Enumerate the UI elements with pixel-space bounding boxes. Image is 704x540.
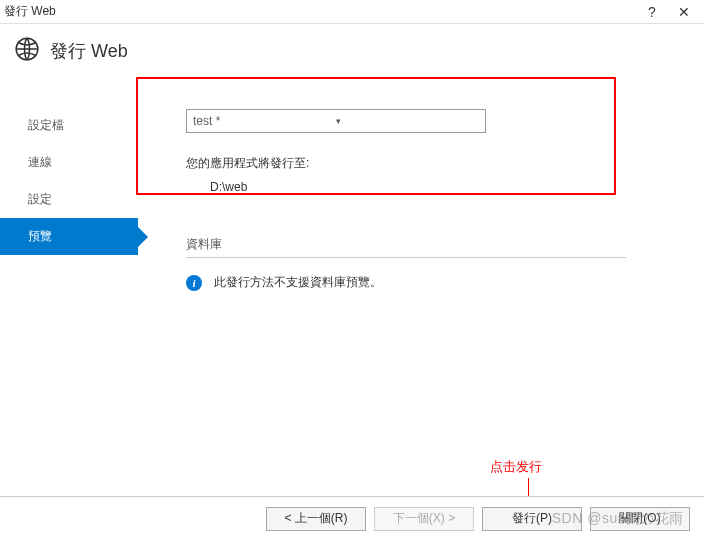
next-button: 下一個(X) > bbox=[374, 507, 474, 531]
annotation-highlight-box bbox=[136, 77, 616, 195]
profile-dropdown[interactable]: test * ▾ bbox=[186, 109, 486, 133]
wizard-sidebar: 設定檔 連線 設定 預覽 bbox=[0, 79, 138, 473]
dialog-footer: < 上一個(R) 下一個(X) > 發行(P) 關閉(O) bbox=[0, 496, 704, 540]
database-info-text: 此發行方法不支援資料庫預覽。 bbox=[214, 274, 382, 291]
info-icon: i bbox=[186, 275, 202, 291]
prev-button[interactable]: < 上一個(R) bbox=[266, 507, 366, 531]
database-section-header: 資料庫 bbox=[186, 236, 626, 258]
chevron-down-icon: ▾ bbox=[336, 116, 479, 126]
close-dialog-button[interactable]: 關閉(O) bbox=[590, 507, 690, 531]
globe-icon bbox=[14, 36, 40, 65]
main-area: 設定檔 連線 設定 預覽 test * ▾ 您的應用程式將發行至: D:\web… bbox=[0, 79, 704, 473]
dialog-header: 發行 Web bbox=[0, 24, 704, 79]
publish-target-label: 您的應用程式將發行至: bbox=[186, 155, 680, 172]
help-button[interactable]: ? bbox=[636, 4, 668, 20]
profile-dropdown-value: test * bbox=[193, 114, 336, 128]
titlebar: 發行 Web ? ✕ bbox=[0, 0, 704, 24]
content-pane: test * ▾ 您的應用程式將發行至: D:\web 資料庫 i 此發行方法不… bbox=[138, 79, 704, 473]
close-button[interactable]: ✕ bbox=[668, 4, 700, 20]
sidebar-item-connection[interactable]: 連線 bbox=[0, 144, 138, 181]
sidebar-item-settings[interactable]: 設定 bbox=[0, 181, 138, 218]
sidebar-item-preview[interactable]: 預覽 bbox=[0, 218, 138, 255]
dialog-title: 發行 Web bbox=[50, 39, 128, 63]
publish-target-path: D:\web bbox=[210, 180, 680, 194]
database-info-row: i 此發行方法不支援資料庫預覽。 bbox=[186, 274, 680, 291]
sidebar-item-profile[interactable]: 設定檔 bbox=[0, 107, 138, 144]
window-title: 發行 Web bbox=[4, 3, 636, 20]
publish-button[interactable]: 發行(P) bbox=[482, 507, 582, 531]
